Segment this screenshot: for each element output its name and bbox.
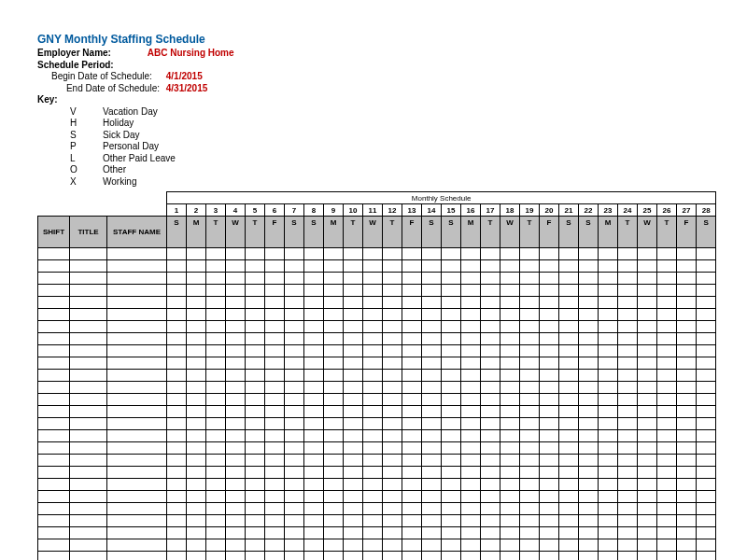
cell [265,248,285,260]
cell [422,357,442,370]
cell [246,357,265,370]
cell [500,260,520,273]
cell [638,418,657,430]
cell [226,442,246,455]
cell [599,552,618,561]
cell [344,321,363,333]
day-number: 8 [304,204,324,217]
cell [226,418,246,430]
cell [265,357,285,370]
cell [697,382,716,394]
cell [461,248,481,260]
cell [265,260,285,273]
cell [324,479,344,491]
cell [344,479,363,491]
cell [246,321,265,333]
day-number: 15 [442,204,461,217]
cell [500,418,520,430]
day-of-week: M [461,217,481,248]
cell [363,430,383,442]
cell [442,455,461,467]
cell [579,491,599,503]
cell [265,527,285,539]
cell [618,309,638,321]
cell [579,442,599,455]
cell [442,248,461,260]
cell [344,503,363,515]
cell [324,273,344,285]
cell [677,539,697,552]
cell [579,479,599,491]
cell [107,491,167,503]
cell [206,503,226,515]
cell [265,382,285,394]
cell [599,515,618,527]
key-desc: Other [103,164,126,175]
doc-title: GNY Monthly Staffing Schedule [37,33,710,46]
cell [422,285,442,297]
cell [324,503,344,515]
cell [70,430,107,442]
cell [363,321,383,333]
cell [324,382,344,394]
cell [383,455,402,467]
cell [559,539,579,552]
cell [461,491,481,503]
day-of-week: W [500,217,520,248]
key-code: S [70,130,103,142]
day-number: 4 [226,204,246,217]
cell [402,345,422,357]
cell [206,321,226,333]
cell [520,248,540,260]
cell [540,260,559,273]
cell [559,333,579,345]
cell [618,467,638,479]
cell [226,370,246,382]
cell [697,357,716,370]
cell [599,430,618,442]
cell [265,273,285,285]
key-code: O [70,164,103,176]
cell [70,539,107,552]
cell [402,515,422,527]
table-row [38,321,716,333]
cell [324,491,344,503]
cell [540,552,559,561]
cell [383,491,402,503]
cell [677,406,697,418]
cell [657,260,677,273]
cell [107,515,167,527]
cell [442,285,461,297]
day-of-week: M [187,217,206,248]
cell [540,539,559,552]
cell [599,491,618,503]
cell [618,479,638,491]
cell [206,357,226,370]
cell [657,539,677,552]
key-code: H [70,118,103,130]
cell [70,273,107,285]
cell [285,248,304,260]
cell [500,357,520,370]
cell [657,394,677,406]
cell [422,333,442,345]
cell [265,321,285,333]
cell [638,455,657,467]
cell [461,285,481,297]
table-row [38,430,716,442]
cell [520,418,540,430]
cell [70,345,107,357]
cell [442,297,461,309]
cell [167,527,187,539]
cell [265,479,285,491]
cell [520,442,540,455]
schedule-table: Monthly Schedule123456789101112131415161… [37,191,716,560]
cell [402,382,422,394]
cell [70,552,107,561]
cell [167,333,187,345]
cell [481,273,500,285]
cell [500,552,520,561]
cell [481,260,500,273]
cell [304,479,324,491]
cell [442,539,461,552]
